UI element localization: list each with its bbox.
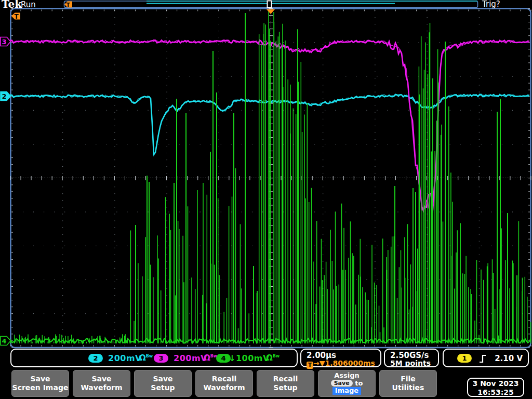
assign-target-image: Image: [332, 387, 361, 395]
trigger-level-marker[interactable]: T: [11, 13, 20, 20]
channel3-coupling: ΩBw: [204, 353, 217, 363]
channel2-position-marker[interactable]: 2: [1, 92, 11, 101]
channel3-badge[interactable]: 3: [154, 354, 168, 363]
trigger-delay-icon: T: [307, 362, 313, 369]
save-waveform-button[interactable]: SaveWaveform: [73, 370, 130, 397]
datetime-display: 3 Nov 2023 16:53:25: [467, 378, 524, 397]
trigger-status: Trig?: [482, 0, 500, 9]
channel2-badge[interactable]: 2: [88, 354, 103, 363]
record-length: 5M points: [390, 359, 431, 367]
trigger-source-badge[interactable]: 1: [457, 354, 472, 363]
svg-text:2: 2: [2, 92, 6, 100]
tek-logo: Tek: [2, 0, 22, 10]
time-label: 16:53:25: [477, 388, 514, 396]
acquisition-status: Run: [21, 0, 36, 9]
recall-setup-button[interactable]: RecallSetup: [257, 370, 314, 397]
svg-text:T: T: [66, 2, 70, 8]
save-key-pill: Save: [331, 380, 353, 387]
svg-text:T: T: [14, 13, 19, 20]
save-setup-button[interactable]: SaveSetup: [134, 370, 192, 397]
trigger-level: 2.10 V: [495, 354, 523, 363]
channel4-position-marker[interactable]: 4: [1, 337, 11, 345]
record-view-bar[interactable]: T: [64, 1, 478, 8]
channel3-position-marker[interactable]: 3: [1, 37, 11, 46]
timebase-readout[interactable]: 2.00µs T→▼1.806000ms: [300, 349, 381, 367]
svg-text:4: 4: [2, 337, 6, 345]
trigger-readout[interactable]: 1 2.10 V: [443, 349, 529, 367]
assign-save-to-image-button[interactable]: Assign Save to Image: [318, 370, 376, 397]
channel3-scale: 200mV: [174, 353, 207, 363]
channel2-scale: 200mV: [108, 353, 142, 363]
channel2-coupling: ΩBw: [139, 353, 153, 363]
channel4-scale: ↓100mV: [229, 353, 270, 363]
date-label: 3 Nov 2023: [473, 379, 519, 388]
channel-readout-bar[interactable]: 2 200mV ΩBw 3 200mV ΩBw 4 ↓100mV ΩBw: [10, 349, 298, 367]
save-screen-image-button[interactable]: SaveScreen Image: [11, 370, 69, 397]
expansion-point-marker[interactable]: [268, 1, 272, 8]
channel4-coupling: ΩBw: [266, 353, 280, 363]
oscilloscope-screen: T324T Tek Run Trig? 2 200mV ΩBw 3 200mV …: [0, 0, 532, 399]
record-trigger-flag[interactable]: T: [64, 2, 72, 8]
scope-display: T324T: [0, 0, 532, 370]
recall-waveform-button[interactable]: RecallWaveform: [195, 370, 253, 397]
waveform-channel4: [10, 11, 531, 344]
acquisition-readout[interactable]: 2.50GS/s 5M points: [384, 349, 439, 367]
rising-edge-icon: [479, 354, 487, 363]
trigger-delay: T→▼1.806000ms: [307, 359, 375, 369]
file-utilities-button[interactable]: FileUtilities: [379, 370, 437, 397]
svg-text:3: 3: [2, 38, 6, 46]
